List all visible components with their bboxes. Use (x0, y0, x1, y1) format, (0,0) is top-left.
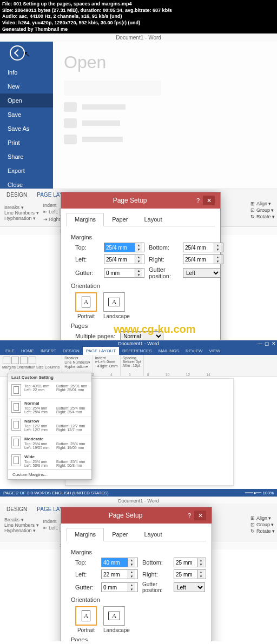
group-button[interactable]: ⊡ Group ▾ (250, 207, 275, 213)
dialog-title: Page Setup (67, 197, 193, 204)
help-button[interactable]: ? (184, 512, 194, 519)
landscape-button[interactable]: A (103, 292, 125, 312)
bottom-input[interactable] (183, 243, 214, 252)
margin-preset-wide[interactable]: WideTop: 25/4 mmBottom: 25/4 mmLeft: 50/… (8, 452, 91, 469)
gutter-spinner[interactable]: ▲▼ (104, 268, 144, 278)
sidebar-info[interactable]: Info (0, 65, 53, 79)
gutter-input[interactable] (104, 269, 135, 277)
breaks-button[interactable]: Breaks ▾ (4, 517, 39, 522)
tab-references[interactable]: REFERENCES (119, 347, 155, 355)
margin-preset-moderate[interactable]: ModerateTop: 25/4 mmBottom: 25/4 mmLeft:… (8, 434, 91, 452)
add-place-row[interactable] (64, 135, 266, 144)
zoom-controls[interactable]: ━━━●━━ 100% (245, 491, 274, 495)
bottom-spinner[interactable]: ▲▼ (174, 558, 206, 567)
sidebar-open[interactable]: Open (0, 93, 53, 108)
sidebar-print[interactable]: Print (0, 136, 53, 150)
gutter-pos-select[interactable]: Left (183, 268, 221, 278)
sidebar-save[interactable]: Save (0, 108, 53, 122)
rotate-button[interactable]: ↻ Rotate ▾ (250, 528, 275, 534)
computer-row[interactable] (64, 118, 266, 128)
tab-page-layout[interactable]: PAGE LAYOUT (83, 347, 119, 355)
align-button[interactable]: ⊞ Align ▾ (250, 201, 275, 206)
right-spinner[interactable]: ▲▼ (183, 254, 223, 264)
restore-icon[interactable]: ▢ (265, 341, 269, 346)
tab-review[interactable]: REVIEW (182, 347, 206, 355)
onedrive-row[interactable] (64, 102, 266, 112)
left-input[interactable] (104, 255, 135, 264)
sidebar-save-as[interactable]: Save As (0, 122, 53, 136)
sidebar-new[interactable]: New (0, 79, 53, 93)
line-numbers-button[interactable]: Line Numbers ▾ (4, 522, 39, 528)
sidebar-share[interactable]: Share (0, 150, 53, 164)
status-bar: PAGE 2 OF 2 0 WORDS ENGLISH (UNITED STAT… (0, 489, 277, 497)
hyphenation-button[interactable]: Hyphenation ▾ (4, 216, 39, 221)
left-spinner[interactable]: ▲▼ (101, 569, 138, 579)
top-input[interactable] (102, 558, 128, 567)
recent-documents[interactable] (64, 81, 161, 96)
margins-icon[interactable] (3, 357, 10, 364)
landscape-button[interactable]: A (103, 606, 125, 626)
left-spinner[interactable]: ▲▼ (104, 254, 144, 264)
gutter-input[interactable] (102, 583, 128, 592)
gutter-label: Gutter: (75, 270, 100, 276)
orientation-icon[interactable] (11, 357, 19, 364)
tab-view[interactable]: VIEW (206, 347, 223, 355)
align-button[interactable]: ⊞ Align ▾ (250, 515, 275, 521)
tab-layout[interactable]: Layout (136, 213, 170, 226)
right-spinner[interactable]: ▲▼ (174, 569, 206, 579)
tab-home[interactable]: HOME (18, 347, 37, 355)
plus-icon (64, 135, 77, 144)
margin-preset-last[interactable]: Top: 40/01 mmBottom: 25/01 mmLeft: 22 mm… (8, 381, 91, 398)
margin-preset-narrow[interactable]: NarrowTop: 12/7 mmBottom: 12/7 mmLeft: 1… (8, 416, 91, 434)
close-button[interactable]: ✕ (203, 196, 215, 205)
top-input[interactable] (104, 243, 135, 252)
tab-file[interactable]: FILE (2, 347, 18, 355)
custom-margins-item[interactable]: Custom Margins... (8, 469, 91, 479)
page-icon (11, 437, 21, 448)
sidebar-export[interactable]: Export (0, 164, 53, 178)
minimize-icon[interactable]: — (258, 341, 262, 346)
tab-layout[interactable]: Layout (136, 528, 170, 541)
top-spinner[interactable]: ▲▼ (104, 243, 144, 252)
portrait-label: Portrait (77, 313, 95, 319)
left-input[interactable] (102, 570, 128, 579)
columns-icon[interactable] (29, 357, 36, 364)
tab-paper[interactable]: Paper (104, 213, 136, 226)
gutter-spinner[interactable]: ▲▼ (101, 582, 138, 592)
right-input[interactable] (174, 570, 197, 579)
portrait-button[interactable]: A (75, 292, 97, 312)
gutter-pos-select[interactable]: Left (174, 582, 205, 592)
word-full-view: Document1 - Word — ▢ ✕ FILE HOME INSERT … (0, 340, 277, 497)
dialog-titlebar[interactable]: Page Setup ? ✕ (61, 192, 220, 209)
tab-margins[interactable]: Margins (67, 528, 104, 541)
bottom-input[interactable] (174, 558, 197, 567)
breaks-button[interactable]: Breaks ▾ (4, 205, 39, 210)
size-icon[interactable] (20, 357, 28, 364)
top-spinner[interactable]: ▲▼ (101, 558, 138, 567)
margin-preset-normal[interactable]: NormalTop: 25/4 mmBottom: 25/4 mmLeft: 2… (8, 398, 91, 416)
tab-design[interactable]: DESIGN (2, 190, 31, 199)
status-left: PAGE 2 OF 2 0 WORDS ENGLISH (UNITED STAT… (3, 491, 109, 495)
open-heading: Open (64, 52, 266, 72)
tab-margins[interactable]: Margins (67, 213, 104, 226)
rotate-button[interactable]: ↻ Rotate ▾ (250, 214, 275, 219)
line-numbers-button[interactable]: Line Numbers ▾ (4, 210, 39, 216)
right-input[interactable] (183, 255, 214, 264)
close-button[interactable]: ✕ (194, 511, 206, 520)
pages-section: Pages (71, 636, 202, 641)
tab-insert[interactable]: INSERT (37, 347, 60, 355)
tab-mailings[interactable]: MAILINGS (155, 347, 182, 355)
tab-paper[interactable]: Paper (104, 528, 136, 541)
portrait-button[interactable]: A (75, 606, 97, 626)
group-button[interactable]: ⊡ Group ▾ (250, 522, 275, 527)
hyphenation-button[interactable]: Hyphenation ▾ (4, 528, 39, 533)
close-icon[interactable]: ✕ (272, 341, 276, 346)
dialog-titlebar[interactable]: Page Setup ? ✕ (61, 507, 212, 524)
tab-design[interactable]: DESIGN (60, 347, 83, 355)
tab-design[interactable]: DESIGN (2, 505, 31, 514)
help-button[interactable]: ? (193, 197, 203, 204)
bottom-spinner[interactable]: ▲▼ (183, 243, 223, 252)
orientation-section: Orientation (71, 283, 210, 289)
page-icon (11, 419, 21, 431)
margins-section: Margins (71, 549, 202, 555)
